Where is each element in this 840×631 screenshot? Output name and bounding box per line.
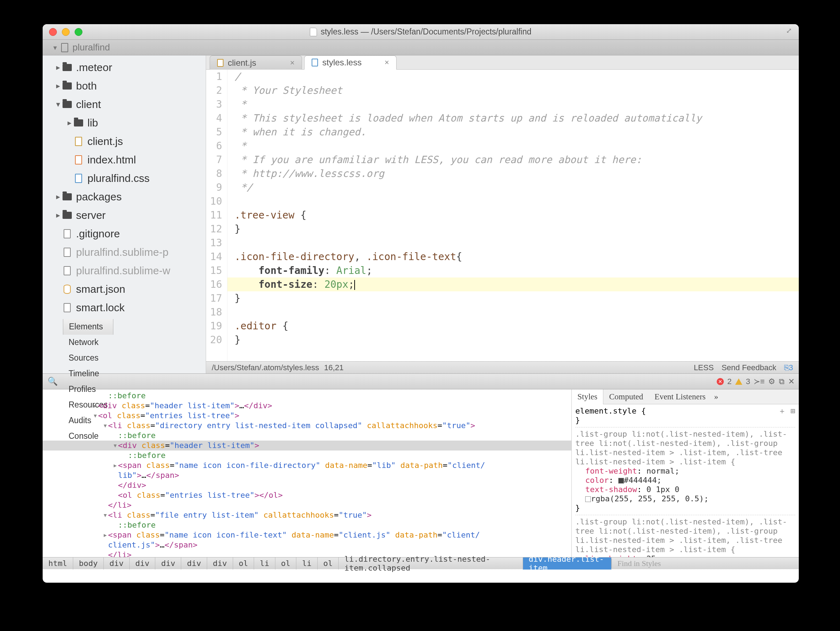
tab-styles.less[interactable]: styles.less×	[304, 55, 396, 69]
dom-node[interactable]: </li>	[43, 500, 572, 510]
send-feedback-link[interactable]: Send Feedback	[722, 363, 777, 372]
gear-icon[interactable]: ⚙	[768, 377, 775, 386]
dom-node[interactable]: client.js">…</span>	[43, 540, 572, 550]
code-line-5[interactable]: * when it is changed.	[235, 125, 799, 139]
code-line-10[interactable]	[235, 194, 799, 208]
code-line-19[interactable]: .editor {	[235, 319, 799, 333]
tree-file-pluralfind.sublime-w[interactable]: pluralfind.sublime-w	[43, 262, 206, 280]
dom-node[interactable]: </div>	[43, 480, 572, 490]
breadcrumb-item[interactable]: html	[43, 557, 73, 569]
css-declaration[interactable]: line-height: 25px;	[575, 554, 795, 557]
dom-node[interactable]: ▾<li class="directory entry list-nested-…	[43, 421, 572, 431]
close-devtools-icon[interactable]: ✕	[788, 377, 794, 386]
styles-tab-event-listeners[interactable]: Event Listeners	[649, 390, 711, 404]
code-line-3[interactable]: *	[235, 97, 799, 111]
styles-tab-styles[interactable]: Styles	[572, 390, 603, 404]
inspect-icon[interactable]: 🔍	[43, 377, 63, 386]
dom-node[interactable]: ▾<ol class="entries list-tree">	[43, 411, 572, 421]
element-style-selector[interactable]: element.style {	[575, 407, 646, 415]
tree-file-pluralfind.sublime-p[interactable]: pluralfind.sublime-p	[43, 243, 206, 262]
breadcrumb-item[interactable]: body	[73, 557, 104, 569]
breadcrumb-item[interactable]: div	[181, 557, 207, 569]
css-declaration[interactable]: text-shadow: 0 1px 0	[575, 485, 795, 494]
code-line-14[interactable]: .icon-file-directory, .icon-file-text{	[235, 250, 799, 263]
breadcrumb[interactable]: htmlbodydivdivdivdivdivolliolliolli.dire…	[43, 557, 799, 569]
tree-file-smart.lock[interactable]: smart.lock	[43, 298, 206, 317]
breadcrumb-item[interactable]: li	[296, 557, 318, 569]
breadcrumb-item[interactable]: ol	[233, 557, 254, 569]
code-line-18[interactable]	[235, 305, 799, 319]
tree-file-smart.json[interactable]: smart.json	[43, 280, 206, 298]
tree-file-pluralfind.css[interactable]: pluralfind.css	[43, 169, 206, 188]
dom-node[interactable]: ▸<div class="header list-item">…</div>	[43, 401, 572, 411]
breadcrumb-item[interactable]: li.directory.entry.list-nested-item.coll…	[339, 557, 523, 569]
code-line-7[interactable]: * If you are unfamiliar with LESS, you c…	[235, 153, 799, 167]
expand-arrow-icon[interactable]: ▾	[102, 421, 108, 431]
tree-folder-.meteor[interactable]: ▸.meteor	[43, 58, 206, 77]
expand-arrow-icon[interactable]: ▾	[92, 411, 98, 421]
tree-folder-lib[interactable]: ▸lib	[43, 114, 206, 132]
dom-node[interactable]: ::before	[43, 520, 572, 530]
status-lang[interactable]: LESS	[693, 363, 714, 372]
breadcrumb-item[interactable]: ol	[318, 557, 339, 569]
drawer-toggle-icon[interactable]: ≻≡	[754, 377, 765, 386]
devtools-tab-network[interactable]: Network	[63, 335, 113, 350]
code-line-9[interactable]: */	[235, 180, 799, 194]
expand-arrow-icon[interactable]: ▸	[102, 530, 108, 540]
tab-bar[interactable]: client.js×styles.less×	[206, 55, 799, 69]
css-selector[interactable]: .list-group li:not(.list-nested-item), .…	[575, 517, 795, 554]
code-area[interactable]: / * Your Stylesheet * * This stylesheet …	[227, 69, 799, 361]
project-header[interactable]: ▾ pluralfind	[43, 40, 799, 55]
editor[interactable]: 1234567891011121314151617181920 / * Your…	[206, 69, 799, 361]
close-tab-icon[interactable]: ×	[384, 58, 389, 67]
code-line-16[interactable]: font-size: 20px;	[227, 278, 799, 291]
expand-arrow-icon[interactable]: ▸	[112, 461, 118, 470]
expand-arrow-icon[interactable]: ▸	[92, 401, 98, 411]
dock-icon[interactable]: ⧉	[779, 377, 785, 386]
css-declaration[interactable]: font-weight: normal;	[575, 467, 795, 476]
code-line-11[interactable]: .tree-view {	[235, 208, 799, 222]
breadcrumb-item[interactable]: div.header.list-item	[523, 557, 611, 569]
tree-folder-both[interactable]: ▸both	[43, 77, 206, 95]
breadcrumb-item[interactable]: div	[155, 557, 181, 569]
dom-node[interactable]: </li>	[43, 550, 572, 557]
breadcrumb-item[interactable]: div	[130, 557, 156, 569]
maximize-icon[interactable]: ⤢	[786, 26, 796, 36]
dom-node[interactable]: ▸<span class="name icon icon-file-text" …	[43, 530, 572, 540]
tree-folder-client[interactable]: ▾client	[43, 95, 206, 114]
tab-client.js[interactable]: client.js×	[210, 55, 302, 69]
expand-arrow-icon[interactable]: ▾	[102, 510, 108, 520]
code-line-13[interactable]	[235, 236, 799, 250]
dom-tree[interactable]: ::before▸<div class="header list-item">……	[43, 390, 572, 557]
breadcrumb-item[interactable]: div	[104, 557, 130, 569]
dom-node[interactable]: ::before	[43, 391, 572, 401]
devtools-tab-elements[interactable]: Elements	[63, 319, 113, 335]
code-line-1[interactable]: /	[235, 69, 799, 84]
tree-file-index.html[interactable]: index.html	[43, 151, 206, 169]
add-rule-icon[interactable]: ＋ ⊞	[778, 407, 796, 416]
overflow-icon[interactable]: »	[714, 392, 718, 401]
styles-tab-computed[interactable]: Computed	[603, 390, 649, 404]
tree-file-client.js[interactable]: client.js	[43, 132, 206, 151]
code-line-12[interactable]: }	[235, 222, 799, 236]
code-line-20[interactable]: }	[235, 333, 799, 347]
tree-folder-server[interactable]: ▸server	[43, 206, 206, 224]
css-declaration[interactable]: color: #444444;	[575, 476, 795, 485]
code-line-6[interactable]: *	[235, 139, 799, 153]
expand-arrow-icon[interactable]: ▾	[112, 440, 118, 451]
dom-node[interactable]: ::before	[43, 451, 572, 461]
devtools-tab-sources[interactable]: Sources	[63, 350, 113, 366]
code-line-17[interactable]: }	[235, 291, 799, 305]
css-selector[interactable]: .list-group li:not(.list-nested-item), .…	[575, 429, 795, 467]
dom-node[interactable]: ▸<span class="name icon icon-file-direct…	[43, 461, 572, 470]
tree-file-.gitignore[interactable]: .gitignore	[43, 224, 206, 243]
breadcrumb-item[interactable]: div	[207, 557, 233, 569]
styles-body[interactable]: element.style {＋ ⊞}.list-group li:not(.l…	[572, 404, 799, 557]
notification-badge[interactable]: ⎘3	[784, 363, 793, 372]
code-line-15[interactable]: font-family: Arial;	[235, 263, 799, 278]
styles-tabs[interactable]: StylesComputedEvent Listeners»	[572, 390, 799, 404]
close-tab-icon[interactable]: ×	[290, 58, 295, 68]
dom-node[interactable]: ::before	[43, 431, 572, 440]
code-line-8[interactable]: * http://www.lesscss.org	[235, 167, 799, 180]
dom-node[interactable]: ▾<div class="header list-item">	[43, 440, 572, 451]
